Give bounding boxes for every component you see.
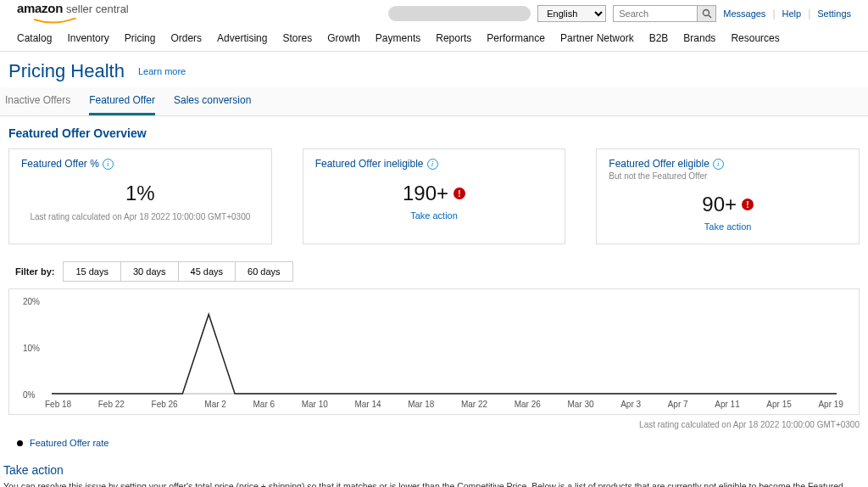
amazon-smile-icon xyxy=(34,18,76,25)
take-action-title: Take action xyxy=(0,455,868,480)
filter-group: 15 days 30 days 45 days 60 days xyxy=(63,261,292,282)
nav-reports[interactable]: Reports xyxy=(436,32,471,44)
nav-partner-network[interactable]: Partner Network xyxy=(560,32,634,44)
x-tick: Apr 11 xyxy=(715,400,739,409)
x-tick: Apr 3 xyxy=(620,400,641,409)
x-tick: Mar 26 xyxy=(515,400,541,409)
nav-catalog[interactable]: Catalog xyxy=(17,32,52,44)
card-title: Featured Offer ineligible xyxy=(315,158,424,170)
nav-pricing[interactable]: Pricing xyxy=(125,32,156,44)
search-icon xyxy=(702,8,712,19)
nav-b2b[interactable]: B2B xyxy=(649,32,669,44)
nav-performance[interactable]: Performance xyxy=(487,32,545,44)
chart-area: 20% 10% 0% xyxy=(52,301,837,395)
x-tick: Apr 7 xyxy=(668,400,688,409)
sub-nav: Inactive Offers Featured Offer Sales con… xyxy=(0,87,868,116)
info-icon[interactable]: i xyxy=(427,159,438,170)
filter-45-days[interactable]: 45 days xyxy=(179,261,236,282)
logo[interactable]: amazon seller central xyxy=(17,1,129,27)
tab-sales-conversion[interactable]: Sales conversion xyxy=(174,94,251,115)
filter-label: Filter by: xyxy=(15,266,54,277)
card-featured-offer-ineligible: Featured Offer ineligible i 190+ ! Take … xyxy=(303,148,566,244)
main-nav: Catalog Inventory Pricing Orders Adverti… xyxy=(0,24,868,52)
card-featured-offer-pct: Featured Offer % i 1% Last rating calcul… xyxy=(8,148,272,244)
search-input[interactable] xyxy=(613,5,698,22)
filter-60-days[interactable]: 60 days xyxy=(236,261,293,282)
page-title-row: Pricing Health Learn more xyxy=(0,52,868,87)
card-value: 90+ xyxy=(702,193,737,216)
info-icon[interactable]: i xyxy=(713,159,724,170)
overview-cards: Featured Offer % i 1% Last rating calcul… xyxy=(0,148,868,244)
alert-icon: ! xyxy=(742,199,754,210)
card-value: 190+ xyxy=(403,182,448,205)
filter-30-days[interactable]: 30 days xyxy=(121,261,179,282)
divider: | xyxy=(808,8,810,20)
search-button[interactable] xyxy=(698,5,716,22)
account-pill[interactable] xyxy=(388,6,531,21)
take-action-link[interactable]: Take action xyxy=(315,210,554,221)
language-select[interactable]: English xyxy=(537,5,606,22)
top-header: amazon seller central English Messages |… xyxy=(0,0,868,24)
page-title: Pricing Health xyxy=(8,60,125,82)
x-tick: Mar 6 xyxy=(253,400,275,409)
filter-15-days[interactable]: 15 days xyxy=(63,261,121,282)
chart-container: 20% 10% 0% Feb 18 Feb 22 Feb 26 Mar 2 Ma… xyxy=(8,288,860,415)
x-tick: Feb 26 xyxy=(152,400,178,409)
nav-inventory[interactable]: Inventory xyxy=(67,32,108,44)
messages-link[interactable]: Messages xyxy=(723,8,765,19)
x-tick: Mar 2 xyxy=(204,400,226,409)
nav-advertising[interactable]: Advertising xyxy=(217,32,267,44)
filter-row: Filter by: 15 days 30 days 45 days 60 da… xyxy=(0,244,868,288)
x-tick: Feb 18 xyxy=(45,400,71,409)
legend-dot-icon xyxy=(17,440,23,446)
learn-more-link[interactable]: Learn more xyxy=(138,66,186,76)
x-tick: Mar 10 xyxy=(302,400,328,409)
card-value: 1% xyxy=(125,182,155,205)
tab-featured-offer[interactable]: Featured Offer xyxy=(89,94,155,115)
x-tick: Apr 19 xyxy=(818,400,843,409)
nav-resources[interactable]: Resources xyxy=(731,32,779,44)
svg-point-0 xyxy=(703,10,709,16)
alert-icon: ! xyxy=(453,188,465,199)
logo-seller-text: seller central xyxy=(66,3,129,15)
x-tick: Mar 14 xyxy=(354,400,381,409)
divider: | xyxy=(772,8,775,20)
nav-growth[interactable]: Growth xyxy=(327,32,360,44)
line-chart xyxy=(52,301,837,395)
card-footer: Last rating calculated on Apr 18 2022 10… xyxy=(21,212,259,221)
take-action-text: You can resolve this issue by setting yo… xyxy=(0,480,868,487)
card-subtitle: But not the Featured Offer xyxy=(609,171,847,181)
x-tick: Mar 18 xyxy=(408,400,434,409)
nav-stores[interactable]: Stores xyxy=(282,32,312,44)
logo-amazon-text: amazon xyxy=(17,1,63,15)
legend-label: Featured Offer rate xyxy=(30,438,108,448)
nav-payments[interactable]: Payments xyxy=(376,32,420,44)
take-action-link[interactable]: Take action xyxy=(609,221,847,232)
search-box xyxy=(613,5,716,22)
x-tick: Feb 22 xyxy=(98,400,125,409)
info-icon[interactable]: i xyxy=(103,159,114,170)
help-link[interactable]: Help xyxy=(782,8,802,19)
x-axis-labels: Feb 18 Feb 22 Feb 26 Mar 2 Mar 6 Mar 10 … xyxy=(45,400,843,409)
chart-footer: Last rating calculated on Apr 18 2022 10… xyxy=(0,420,860,429)
card-title: Featured Offer eligible xyxy=(609,158,709,170)
y-tick-10: 10% xyxy=(23,344,40,353)
nav-orders[interactable]: Orders xyxy=(170,32,202,44)
nav-brands[interactable]: Brands xyxy=(683,32,715,44)
x-tick: Mar 22 xyxy=(461,400,487,409)
card-title: Featured Offer % xyxy=(21,158,99,170)
x-tick: Apr 15 xyxy=(766,400,791,409)
tab-inactive-offers[interactable]: Inactive Offers xyxy=(5,94,70,115)
y-tick-0: 0% xyxy=(23,390,35,400)
svg-line-1 xyxy=(709,15,711,18)
settings-link[interactable]: Settings xyxy=(817,8,851,19)
x-tick: Mar 30 xyxy=(567,400,593,409)
overview-title: Featured Offer Overview xyxy=(0,116,868,148)
chart-legend: Featured Offer rate xyxy=(0,429,868,455)
card-featured-offer-eligible: Featured Offer eligible i But not the Fe… xyxy=(596,148,860,244)
y-tick-20: 20% xyxy=(23,297,40,306)
